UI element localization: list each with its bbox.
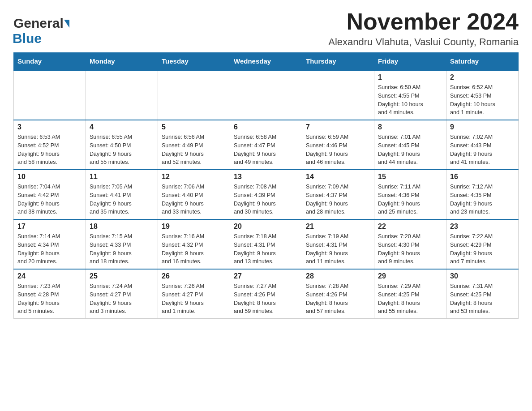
calendar-cell: 8Sunrise: 7:01 AM Sunset: 4:45 PM Daylig…	[374, 120, 446, 170]
weekday-header-sunday: Sunday	[14, 53, 86, 70]
day-number: 18	[90, 223, 154, 231]
calendar-cell: 28Sunrise: 7:28 AM Sunset: 4:26 PM Dayli…	[302, 269, 374, 319]
calendar-cell: 12Sunrise: 7:06 AM Sunset: 4:40 PM Dayli…	[158, 170, 230, 219]
calendar-cell: 15Sunrise: 7:11 AM Sunset: 4:36 PM Dayli…	[374, 170, 446, 219]
day-info: Sunrise: 7:06 AM Sunset: 4:40 PM Dayligh…	[162, 183, 226, 216]
day-number: 16	[450, 173, 515, 181]
day-info: Sunrise: 6:53 AM Sunset: 4:52 PM Dayligh…	[17, 133, 82, 167]
calendar-cell: 16Sunrise: 7:12 AM Sunset: 4:35 PM Dayli…	[446, 170, 519, 219]
day-number: 13	[234, 173, 298, 181]
calendar-cell: 9Sunrise: 7:02 AM Sunset: 4:43 PM Daylig…	[446, 120, 519, 170]
calendar-cell	[158, 70, 230, 120]
day-info: Sunrise: 7:24 AM Sunset: 4:27 PM Dayligh…	[90, 282, 154, 316]
day-info: Sunrise: 7:28 AM Sunset: 4:26 PM Dayligh…	[306, 282, 370, 316]
calendar-cell: 2Sunrise: 6:52 AM Sunset: 4:53 PM Daylig…	[446, 70, 519, 120]
day-info: Sunrise: 6:55 AM Sunset: 4:50 PM Dayligh…	[90, 133, 154, 167]
day-info: Sunrise: 7:11 AM Sunset: 4:36 PM Dayligh…	[378, 183, 442, 216]
day-info: Sunrise: 7:18 AM Sunset: 4:31 PM Dayligh…	[234, 232, 298, 266]
day-info: Sunrise: 7:19 AM Sunset: 4:31 PM Dayligh…	[306, 232, 370, 266]
logo-blue-text: Blue	[13, 31, 42, 46]
day-number: 12	[162, 173, 226, 181]
day-info: Sunrise: 7:09 AM Sunset: 4:37 PM Dayligh…	[306, 183, 370, 216]
calendar-cell: 1Sunrise: 6:50 AM Sunset: 4:55 PM Daylig…	[374, 70, 446, 120]
day-info: Sunrise: 7:01 AM Sunset: 4:45 PM Dayligh…	[378, 133, 442, 167]
day-number: 17	[17, 223, 82, 231]
day-number: 11	[90, 173, 154, 181]
calendar-cell: 4Sunrise: 6:55 AM Sunset: 4:50 PM Daylig…	[86, 120, 158, 170]
day-info: Sunrise: 7:14 AM Sunset: 4:34 PM Dayligh…	[17, 232, 82, 266]
calendar-cell: 24Sunrise: 7:23 AM Sunset: 4:28 PM Dayli…	[14, 269, 86, 319]
day-number: 10	[17, 173, 82, 181]
calendar-cell: 20Sunrise: 7:18 AM Sunset: 4:31 PM Dayli…	[230, 219, 302, 269]
day-info: Sunrise: 7:12 AM Sunset: 4:35 PM Dayligh…	[450, 183, 515, 216]
day-info: Sunrise: 7:22 AM Sunset: 4:29 PM Dayligh…	[450, 232, 515, 266]
day-number: 21	[306, 223, 370, 231]
day-number: 1	[378, 73, 442, 81]
calendar-cell: 30Sunrise: 7:31 AM Sunset: 4:25 PM Dayli…	[446, 269, 519, 319]
calendar-week-4: 17Sunrise: 7:14 AM Sunset: 4:34 PM Dayli…	[14, 219, 519, 269]
day-info: Sunrise: 7:29 AM Sunset: 4:25 PM Dayligh…	[378, 282, 442, 316]
calendar-cell: 18Sunrise: 7:15 AM Sunset: 4:33 PM Dayli…	[86, 219, 158, 269]
day-info: Sunrise: 7:04 AM Sunset: 4:42 PM Dayligh…	[17, 183, 82, 216]
weekday-header-wednesday: Wednesday	[230, 53, 302, 70]
day-info: Sunrise: 6:50 AM Sunset: 4:55 PM Dayligh…	[378, 83, 442, 117]
calendar-cell: 22Sunrise: 7:20 AM Sunset: 4:30 PM Dayli…	[374, 219, 446, 269]
weekday-header-monday: Monday	[86, 53, 158, 70]
logo: General Blue	[13, 16, 69, 46]
day-number: 4	[90, 123, 154, 131]
calendar-cell: 6Sunrise: 6:58 AM Sunset: 4:47 PM Daylig…	[230, 120, 302, 170]
day-info: Sunrise: 7:08 AM Sunset: 4:39 PM Dayligh…	[234, 183, 298, 216]
day-number: 26	[162, 272, 226, 280]
day-number: 28	[306, 272, 370, 280]
month-title: November 2024	[328, 9, 519, 34]
calendar-cell: 19Sunrise: 7:16 AM Sunset: 4:32 PM Dayli…	[158, 219, 230, 269]
calendar-week-5: 24Sunrise: 7:23 AM Sunset: 4:28 PM Dayli…	[14, 269, 519, 319]
day-number: 29	[378, 272, 442, 280]
day-info: Sunrise: 7:23 AM Sunset: 4:28 PM Dayligh…	[17, 282, 82, 316]
calendar-cell: 23Sunrise: 7:22 AM Sunset: 4:29 PM Dayli…	[446, 219, 519, 269]
calendar-cell: 27Sunrise: 7:27 AM Sunset: 4:26 PM Dayli…	[230, 269, 302, 319]
calendar-cell	[302, 70, 374, 120]
day-number: 5	[162, 123, 226, 131]
calendar-cell	[86, 70, 158, 120]
day-info: Sunrise: 7:15 AM Sunset: 4:33 PM Dayligh…	[90, 232, 154, 266]
day-number: 7	[306, 123, 370, 131]
day-number: 19	[162, 223, 226, 231]
day-number: 6	[234, 123, 298, 131]
day-number: 22	[378, 223, 442, 231]
day-info: Sunrise: 7:20 AM Sunset: 4:30 PM Dayligh…	[378, 232, 442, 266]
logo-arrow-icon	[64, 20, 69, 28]
location-title: Alexandru Vlahuta, Vaslui County, Romani…	[328, 36, 519, 48]
day-number: 8	[378, 123, 442, 131]
calendar-week-3: 10Sunrise: 7:04 AM Sunset: 4:42 PM Dayli…	[14, 170, 519, 219]
day-number: 14	[306, 173, 370, 181]
day-number: 15	[378, 173, 442, 181]
day-number: 2	[450, 73, 515, 81]
calendar-week-1: 1Sunrise: 6:50 AM Sunset: 4:55 PM Daylig…	[14, 70, 519, 120]
calendar-cell: 11Sunrise: 7:05 AM Sunset: 4:41 PM Dayli…	[86, 170, 158, 219]
day-info: Sunrise: 7:31 AM Sunset: 4:25 PM Dayligh…	[450, 282, 515, 316]
calendar-week-2: 3Sunrise: 6:53 AM Sunset: 4:52 PM Daylig…	[14, 120, 519, 170]
day-number: 25	[90, 272, 154, 280]
calendar-cell: 14Sunrise: 7:09 AM Sunset: 4:37 PM Dayli…	[302, 170, 374, 219]
weekday-header-thursday: Thursday	[302, 53, 374, 70]
weekday-header-friday: Friday	[374, 53, 446, 70]
day-number: 20	[234, 223, 298, 231]
calendar-cell: 7Sunrise: 6:59 AM Sunset: 4:46 PM Daylig…	[302, 120, 374, 170]
day-info: Sunrise: 7:05 AM Sunset: 4:41 PM Dayligh…	[90, 183, 154, 216]
calendar-cell: 25Sunrise: 7:24 AM Sunset: 4:27 PM Dayli…	[86, 269, 158, 319]
calendar-cell: 29Sunrise: 7:29 AM Sunset: 4:25 PM Dayli…	[374, 269, 446, 319]
day-number: 23	[450, 223, 515, 231]
day-number: 9	[450, 123, 515, 131]
weekday-header-saturday: Saturday	[446, 53, 519, 70]
calendar-cell	[230, 70, 302, 120]
calendar-cell: 26Sunrise: 7:26 AM Sunset: 4:27 PM Dayli…	[158, 269, 230, 319]
day-info: Sunrise: 6:59 AM Sunset: 4:46 PM Dayligh…	[306, 133, 370, 167]
calendar-cell: 13Sunrise: 7:08 AM Sunset: 4:39 PM Dayli…	[230, 170, 302, 219]
day-number: 30	[450, 272, 515, 280]
day-info: Sunrise: 7:26 AM Sunset: 4:27 PM Dayligh…	[162, 282, 226, 316]
weekday-header-row: SundayMondayTuesdayWednesdayThursdayFrid…	[14, 53, 519, 70]
logo-general-text: General	[13, 16, 64, 31]
calendar-cell: 21Sunrise: 7:19 AM Sunset: 4:31 PM Dayli…	[302, 219, 374, 269]
calendar-cell: 3Sunrise: 6:53 AM Sunset: 4:52 PM Daylig…	[14, 120, 86, 170]
